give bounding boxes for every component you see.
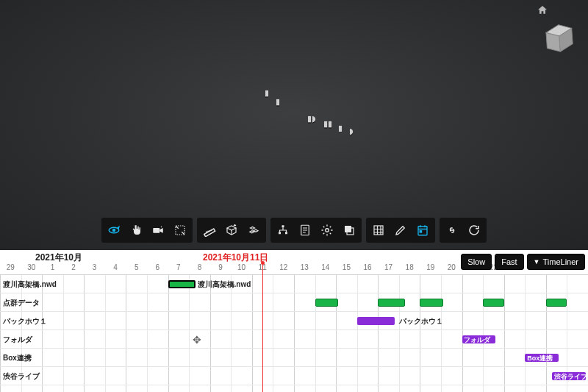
task-bar[interactable] <box>168 280 196 288</box>
row-label: フォルダ <box>3 335 32 345</box>
task-bar[interactable] <box>378 299 405 307</box>
svg-rect-5 <box>153 228 159 233</box>
day-tick: 10 <box>237 263 245 271</box>
day-tick: 30 <box>27 263 35 271</box>
view-cube[interactable] <box>537 13 582 63</box>
task-bar-label: バックホウ１ <box>399 316 443 327</box>
refresh-button[interactable] <box>464 220 484 240</box>
day-tick: 9 <box>218 263 223 271</box>
svg-rect-14 <box>345 226 351 232</box>
scene-object: ▮▮ <box>323 119 332 129</box>
timeline-controls: Slow Fast ▼ TimeLiner <box>461 254 585 270</box>
timeline-row: 渋谷ライブ渋谷ライブ <box>0 367 588 385</box>
scene-object: ▮ <box>265 88 269 98</box>
settings-button[interactable] <box>317 220 337 240</box>
day-tick: 8 <box>198 263 202 271</box>
day-tick: 16 <box>363 263 371 271</box>
day-tick: 15 <box>343 263 351 271</box>
section-button[interactable] <box>221 220 242 240</box>
svg-rect-18 <box>420 231 421 232</box>
scene-object: ▮ <box>338 124 343 133</box>
orbit-button[interactable] <box>104 220 124 240</box>
day-tick: 3 <box>93 263 97 271</box>
fit-button[interactable] <box>170 220 190 240</box>
timeline-panel: Slow Fast ▼ TimeLiner 2021年10月 2021年10月1… <box>0 250 588 392</box>
row-label: Box連携 <box>3 353 32 363</box>
measure-button[interactable] <box>199 220 220 240</box>
fast-button[interactable]: Fast <box>495 254 523 270</box>
chevron-down-icon: ▼ <box>534 258 540 266</box>
timeline-row: フォルダフォルダ <box>0 330 588 349</box>
svg-rect-16 <box>374 226 383 235</box>
svg-point-6 <box>161 227 162 228</box>
scene-object: ▮ <box>276 97 280 107</box>
link-button[interactable] <box>442 220 462 240</box>
explode-button[interactable] <box>243 220 264 240</box>
day-tick: 7 <box>176 263 181 271</box>
day-tick: 12 <box>279 263 287 271</box>
scene-object: ◗ <box>349 126 354 136</box>
svg-point-13 <box>326 229 329 232</box>
home-icon[interactable] <box>537 4 548 18</box>
task-bar-label: Box連携 <box>527 354 553 363</box>
task-bar[interactable] <box>546 299 567 307</box>
scene-object: ▮◗ <box>307 114 316 124</box>
row-label: 点群データ <box>3 298 40 308</box>
timeline-playhead[interactable] <box>262 263 263 392</box>
timeline-rows: 渡川高架橋.nwd渡川高架橋.nwd点群データバックホウ１バックホウ１フォルダフ… <box>0 275 588 392</box>
day-tick: 6 <box>156 263 160 271</box>
pencil-button[interactable] <box>390 220 411 240</box>
model-tree-button[interactable] <box>273 220 293 240</box>
timeline-date-label: 2021年10月11日 <box>203 252 268 264</box>
task-bar[interactable] <box>315 299 338 307</box>
day-tick: 20 <box>448 263 456 271</box>
pan-button[interactable] <box>126 220 146 240</box>
calendar-button[interactable] <box>412 220 433 240</box>
svg-rect-8 <box>204 229 215 237</box>
day-tick: 19 <box>426 263 434 271</box>
row-label: 渡川高架橋.nwd <box>3 279 57 290</box>
model-viewport[interactable]: ▮ ▮ ▮◗ ▮▮ ▮ ◗ <box>0 0 588 250</box>
move-cursor-icon: ✥ <box>193 334 201 346</box>
svg-rect-10 <box>279 232 281 234</box>
task-bar[interactable] <box>420 299 442 307</box>
svg-rect-9 <box>282 225 284 227</box>
day-tick: 18 <box>406 263 414 271</box>
day-tick: 5 <box>135 263 139 271</box>
slow-button[interactable]: Slow <box>461 254 492 270</box>
timeline-row: 点群データ <box>0 293 588 312</box>
timeline-row: バックホウ１バックホウ１ <box>0 312 588 330</box>
day-tick: 2 <box>71 263 76 271</box>
day-tick: 17 <box>384 263 392 271</box>
task-bar[interactable] <box>483 299 504 307</box>
day-tick: 14 <box>321 263 329 271</box>
row-label: バックホウ１ <box>3 316 47 327</box>
day-tick: 1 <box>51 263 55 271</box>
svg-rect-11 <box>285 232 287 234</box>
grid-icon-button[interactable] <box>368 220 389 240</box>
layers-button[interactable] <box>339 220 359 240</box>
camera-button[interactable] <box>148 220 168 240</box>
timeline-row: Box連携Box連携 <box>0 349 588 367</box>
viewer-toolbar <box>101 218 487 243</box>
task-bar[interactable] <box>357 317 395 325</box>
svg-point-4 <box>113 229 115 232</box>
day-tick: 13 <box>301 263 309 271</box>
day-tick: 4 <box>113 263 118 271</box>
properties-button[interactable] <box>295 220 315 240</box>
timeliner-dropdown[interactable]: ▼ TimeLiner <box>527 254 585 270</box>
task-bar-label: フォルダ <box>464 335 490 345</box>
task-bar-label: 渡川高架橋.nwd <box>198 279 251 290</box>
day-tick: 29 <box>7 263 15 271</box>
timeline-month-label: 2021年10月 <box>35 252 82 264</box>
row-label: 渋谷ライブ <box>3 371 40 382</box>
timeline-row: 渡川高架橋.nwd渡川高架橋.nwd <box>0 275 588 293</box>
task-bar-label: 渋谷ライブ <box>554 372 587 382</box>
